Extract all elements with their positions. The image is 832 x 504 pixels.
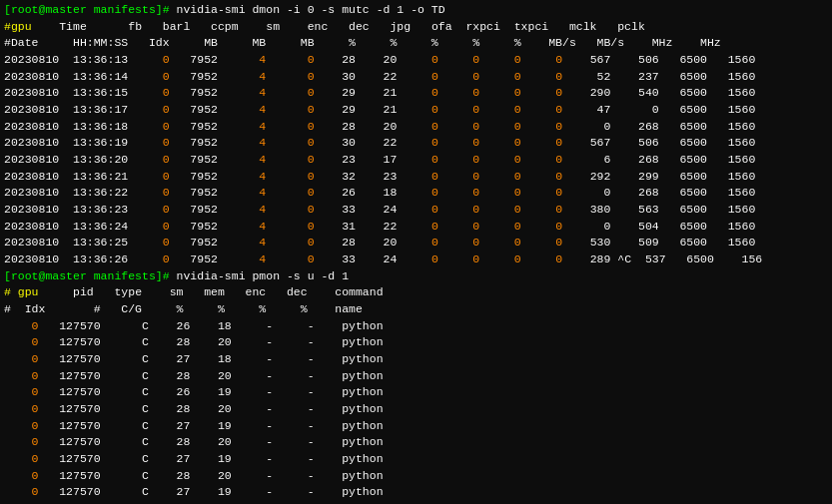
dmon-row-7: 20230810 13:36:20 0 7952 4 0 23 17 0 0 0… xyxy=(4,152,828,169)
prompt-2: [root@master manifests]# xyxy=(4,269,177,282)
pmon-row-1: 0 127570 C 26 18 - - python xyxy=(4,318,828,335)
dmon-header-2: #Date HH:MM:SS Idx MB MB MB % % % % % MB… xyxy=(4,35,828,52)
pmon-row-3: 0 127570 C 27 18 - - python xyxy=(4,351,828,368)
dmon-row-6: 20230810 13:36:19 0 7952 4 0 30 22 0 0 0… xyxy=(4,135,828,152)
dmon-row-2: 20230810 13:36:14 0 7952 4 0 30 22 0 0 0… xyxy=(4,69,828,86)
pmon-row-5: 0 127570 C 26 19 - - python xyxy=(4,384,828,401)
gpu-label: #gpu xyxy=(4,20,32,33)
dmon-row-1: 20230810 13:36:13 0 7952 4 0 28 20 0 0 0… xyxy=(4,52,828,69)
dmon-row-4: 20230810 13:36:17 0 7952 4 0 29 21 0 0 0… xyxy=(4,102,828,119)
cmd-2: nvidia-smi pmon -s u -d 1 xyxy=(177,269,350,282)
dmon-row-9: 20230810 13:36:22 0 7952 4 0 26 18 0 0 0… xyxy=(4,185,828,202)
pmon-row-10: 0 127570 C 28 20 - - python xyxy=(4,468,828,485)
dmon-row-3: 20230810 13:36:15 0 7952 4 0 29 21 0 0 0… xyxy=(4,85,828,102)
command-line-1: [root@master manifests]# nvidia-smi dmon… xyxy=(4,2,828,19)
gpu-label-2: # gpu xyxy=(4,285,39,298)
dmon-row-11: 20230810 13:36:24 0 7952 4 0 31 22 0 0 0… xyxy=(4,219,828,236)
command-line-2: [root@master manifests]# nvidia-smi pmon… xyxy=(4,268,828,285)
dmon-row-5: 20230810 13:36:18 0 7952 4 0 28 20 0 0 0… xyxy=(4,119,828,136)
pmon-row-7: 0 127570 C 27 19 - - python xyxy=(4,418,828,435)
dmon-row-12: 20230810 13:36:25 0 7952 4 0 28 20 0 0 0… xyxy=(4,235,828,252)
dmon-row-8: 20230810 13:36:21 0 7952 4 0 32 23 0 0 0… xyxy=(4,169,828,186)
dmon-header-1: #gpu Time fb barl ccpm sm enc dec jpg of… xyxy=(4,19,828,36)
pmon-row-11: 0 127570 C 27 19 - - python xyxy=(4,484,828,501)
pmon-header-2: # Idx # C/G % % % % name xyxy=(4,301,828,318)
pmon-header-1: # gpu pid type sm mem enc dec command xyxy=(4,284,828,301)
dmon-row-10: 20230810 13:36:23 0 7952 4 0 33 24 0 0 0… xyxy=(4,202,828,219)
prompt-1: [root@master manifests]# xyxy=(4,3,177,16)
pmon-row-2: 0 127570 C 28 20 - - python xyxy=(4,334,828,351)
pmon-row-8: 0 127570 C 28 20 - - python xyxy=(4,434,828,451)
terminal-window: [root@master manifests]# nvidia-smi dmon… xyxy=(0,0,832,504)
cmd-1: nvidia-smi dmon -i 0 -s mutc -d 1 -o TD xyxy=(177,3,445,16)
dmon-row-13: 20230810 13:36:26 0 7952 4 0 33 24 0 0 0… xyxy=(4,252,828,268)
pmon-row-4: 0 127570 C 28 20 - - python xyxy=(4,368,828,385)
pmon-row-6: 0 127570 C 28 20 - - python xyxy=(4,401,828,418)
pmon-row-9: 0 127570 C 27 19 - - python xyxy=(4,451,828,468)
